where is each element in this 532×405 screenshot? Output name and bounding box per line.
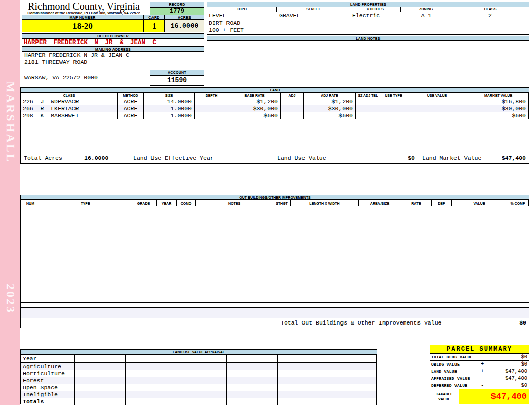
- cell: [176, 377, 227, 384]
- row-label: Forest: [21, 377, 75, 384]
- sidebar-binder-strip: MARSHALL 2023: [0, 0, 20, 405]
- acres-value: 16.0000: [165, 20, 204, 32]
- cell-use-type: [381, 98, 406, 105]
- cell: [328, 391, 377, 398]
- land-properties-values: LEVEL GRAVEL Electric A-1 2: [207, 12, 529, 20]
- land-market-value-label: Land Market Value: [422, 155, 481, 161]
- cell: [278, 391, 328, 398]
- appraisal-row-open-space: Open Space: [21, 384, 377, 391]
- cell: [75, 391, 126, 398]
- land-col-sz-adj-tbl: SZ ADJ TBL: [356, 93, 381, 98]
- land-col-method: METHOD: [118, 93, 144, 98]
- topo-extra-line-1: DIRT ROAD: [207, 20, 529, 27]
- ob-col-area-size: AREA/SIZE: [359, 200, 401, 206]
- value-zoning: A-1: [401, 12, 451, 20]
- land-use-appraisal-section: LAND USE VALUE APPRAISAL Year Agricultur…: [20, 349, 377, 404]
- cell: [227, 362, 278, 370]
- value-street: GRAVEL: [277, 12, 350, 20]
- value-class: 2: [451, 12, 529, 20]
- ob-col-grade: GRADE: [131, 200, 157, 206]
- cell-class: 298 K MARSHWET: [21, 112, 118, 119]
- land-col-depth: DEPTH: [195, 93, 229, 98]
- out-buildings-empty-row: [21, 302, 529, 307]
- land-col-class: CLASS: [21, 93, 118, 98]
- account-label: ACCOUNT: [150, 70, 204, 76]
- col-class: CLASS: [451, 7, 529, 12]
- cell: [278, 370, 328, 377]
- cell: [227, 398, 278, 405]
- cell-size: 14.0000: [144, 98, 195, 105]
- cell: [328, 384, 377, 391]
- cell: [227, 355, 278, 363]
- cell: [126, 370, 176, 377]
- land-notes-title: LAND NOTES: [207, 36, 529, 40]
- appraisal-row-agriculture: Agriculture: [21, 362, 377, 370]
- cell-adj: [281, 105, 304, 112]
- ob-col-type: TYPE: [40, 200, 131, 206]
- summary-row-obldg: OBLDG VALUE +$0: [430, 361, 529, 368]
- land-properties-columns: TOPO STREET UTILITIES ZONING CLASS: [207, 7, 529, 12]
- cell-use-value: [406, 105, 468, 112]
- land-col-use-type: USE TYPE: [381, 93, 406, 98]
- cell-base-rate: $30,000: [229, 105, 281, 112]
- cell: [328, 398, 377, 405]
- land-section: LAND CLASS METHOD SIZE DEPTH BASE RATE A…: [20, 87, 529, 164]
- row-label: Horticulture: [21, 370, 75, 377]
- ob-col-dep: DEP: [432, 200, 452, 206]
- map-card-acres-headers: MAP NUMBER CARD ACRES: [22, 15, 204, 20]
- row-value: $0: [521, 354, 527, 360]
- cell: [75, 384, 126, 391]
- out-buildings-section: OUT BUILDINGS/OTHER IMPROVEMENTS NUM TYP…: [20, 195, 529, 328]
- address-line-1: HARPER FREDERICK N JR & JEAN C: [22, 52, 204, 59]
- ob-col-year: YEAR: [157, 200, 177, 206]
- cell-depth: [195, 112, 229, 119]
- address-line-2: 2181 THREEWAY ROAD: [22, 59, 204, 66]
- cell: [126, 362, 176, 370]
- cell-adj: [281, 98, 304, 105]
- summary-row-total-bldg: TOTAL BLDG VALUE $0: [430, 354, 529, 361]
- ob-col-notes: NOTES: [196, 200, 273, 206]
- cell: [328, 362, 377, 370]
- row-value: $0: [521, 382, 527, 389]
- cell: [75, 362, 126, 370]
- value-utilities: Electric: [350, 12, 401, 20]
- row-value: $0: [521, 361, 527, 368]
- sidebar-owner-name: MARSHALL: [4, 81, 17, 164]
- cell-size: 1.0000: [144, 112, 195, 119]
- land-totals-row: Total Acres 16.0000 Land Use Effective Y…: [21, 153, 529, 163]
- land-row: 266 R LKFRTACR ACRE 1.0000 $30,000 $30,0…: [21, 105, 529, 112]
- cell-adj: [281, 112, 304, 119]
- cell: [176, 355, 227, 363]
- land-col-adj-rate: ADJ RATE: [304, 93, 356, 98]
- ob-col-cond: COND: [177, 200, 196, 206]
- value-topo: LEVEL: [207, 12, 277, 20]
- ob-col-value: VALUE: [452, 200, 507, 206]
- record-box: RECORD 1779: [150, 2, 204, 16]
- sidebar-year: 2023: [4, 284, 17, 314]
- cell-class: 266 R LKFRTACR: [21, 105, 118, 112]
- cell: [227, 391, 278, 398]
- cell-method: ACRE: [118, 98, 144, 105]
- out-buildings-total-value: $0: [519, 319, 526, 326]
- cell-sz-adj-tbl: [356, 98, 381, 105]
- row-label: DEFERRED VALUE: [430, 382, 479, 389]
- appraisal-row-totals: Totals: [21, 398, 377, 405]
- cell-method: ACRE: [118, 112, 144, 119]
- cell: [227, 377, 278, 384]
- row-label: OBLDG VALUE: [430, 361, 479, 368]
- cell-market-value: $30,000: [468, 105, 529, 112]
- cell: [227, 384, 278, 391]
- taxable-value: $47,400: [459, 389, 529, 404]
- row-label: Totals: [21, 398, 75, 405]
- cell-depth: [195, 98, 229, 105]
- cell: [126, 384, 176, 391]
- cell: [328, 370, 377, 377]
- cell: [126, 355, 176, 363]
- row-label: Open Space: [21, 384, 75, 391]
- map-card-acres-values: 18-20 1 16.0000: [22, 20, 204, 32]
- cell-depth: [195, 105, 229, 112]
- land-col-use-value: USE VALUE: [406, 93, 468, 98]
- appraisal-row-ineligible: Ineligible: [21, 391, 377, 398]
- cell: [278, 384, 328, 391]
- land-use-value: $0: [375, 155, 415, 161]
